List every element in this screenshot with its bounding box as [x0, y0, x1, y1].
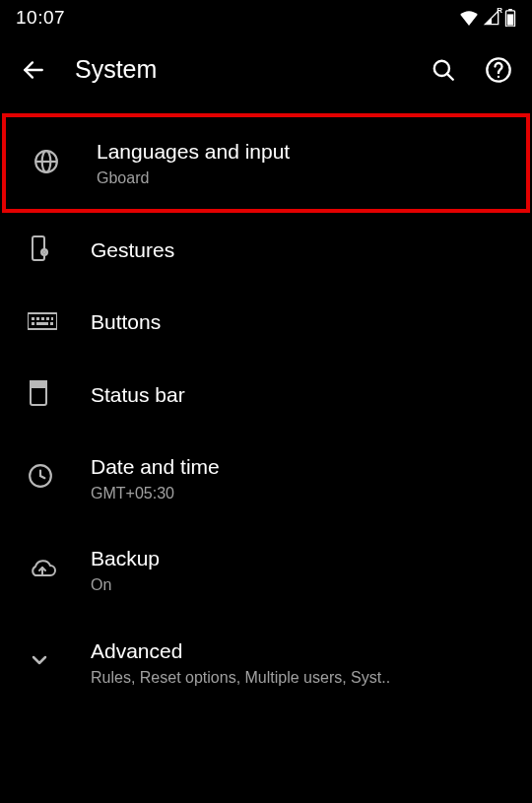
item-title: Backup: [91, 546, 512, 571]
chevron-down-icon: [28, 648, 51, 676]
settings-item-buttons[interactable]: Buttons: [0, 288, 532, 357]
cloud-upload-icon: [28, 558, 57, 583]
settings-item-advanced[interactable]: Advanced Rules, Reset options, Multiple …: [0, 617, 532, 708]
back-button[interactable]: [20, 56, 47, 84]
settings-item-languages-and-input[interactable]: Languages and input Gboard: [2, 113, 530, 213]
svg-rect-20: [51, 317, 53, 320]
settings-item-status-bar[interactable]: Status bar: [0, 358, 532, 433]
app-bar: System: [0, 35, 532, 103]
item-subtitle: Rules, Reset options, Multiple users, Sy…: [91, 668, 512, 687]
clock-icon: [28, 463, 53, 493]
item-title: Languages and input: [97, 139, 506, 165]
status-clock: 10:07: [16, 7, 65, 29]
svg-line-5: [447, 73, 453, 79]
svg-rect-19: [46, 317, 49, 320]
svg-rect-25: [31, 381, 46, 387]
keyboard-icon: [28, 310, 57, 336]
svg-point-7: [498, 75, 499, 77]
battery-icon: [504, 9, 516, 27]
svg-rect-22: [36, 322, 48, 325]
svg-rect-11: [33, 236, 44, 260]
item-title: Buttons: [91, 309, 512, 335]
item-subtitle: On: [91, 575, 512, 594]
svg-rect-15: [28, 313, 57, 329]
status-icons: R: [459, 9, 516, 27]
item-title: Status bar: [91, 382, 512, 408]
settings-item-gestures[interactable]: Gestures: [0, 213, 532, 288]
status-bar-icon: [28, 379, 49, 411]
settings-list: Languages and input Gboard Gestures Butt…: [0, 103, 532, 708]
svg-rect-2: [507, 14, 513, 25]
search-button[interactable]: [430, 56, 457, 84]
phone-gesture-icon: [28, 234, 51, 266]
help-button[interactable]: [485, 56, 512, 84]
globe-icon: [33, 149, 59, 178]
status-bar: 10:07 R: [0, 0, 532, 35]
signal-icon: R: [483, 10, 500, 26]
item-title: Date and time: [91, 454, 512, 480]
svg-rect-18: [41, 317, 44, 320]
svg-rect-23: [50, 322, 53, 325]
svg-rect-21: [32, 322, 34, 325]
svg-rect-16: [32, 317, 34, 320]
settings-item-date-and-time[interactable]: Date and time GMT+05:30: [0, 433, 532, 524]
settings-item-backup[interactable]: Backup On: [0, 524, 532, 616]
item-subtitle: GMT+05:30: [91, 484, 512, 502]
item-subtitle: Gboard: [97, 168, 506, 187]
item-title: Advanced: [91, 638, 512, 664]
page-title: System: [75, 55, 402, 84]
item-title: Gestures: [91, 237, 512, 263]
wifi-icon: [459, 10, 479, 26]
svg-rect-17: [36, 317, 39, 320]
